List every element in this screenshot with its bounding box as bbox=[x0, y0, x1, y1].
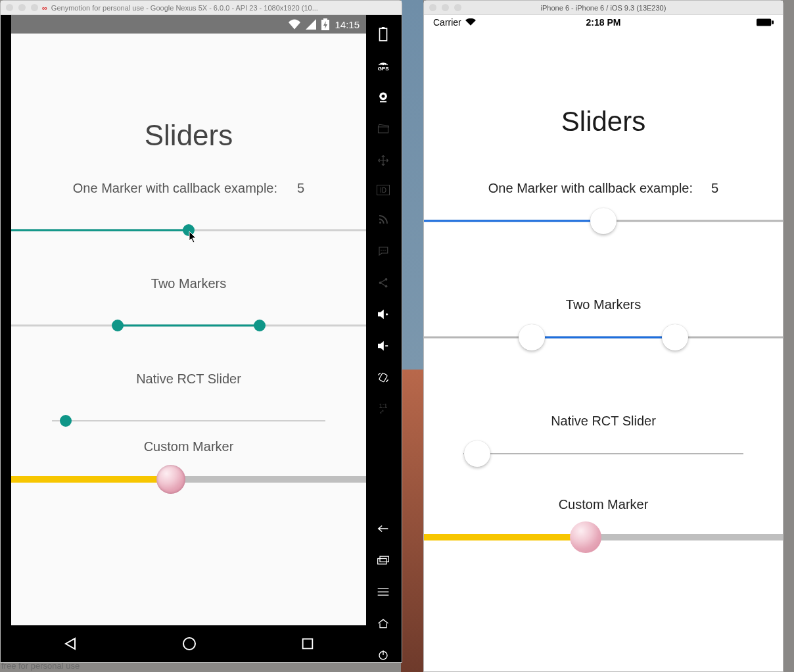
rss-icon[interactable] bbox=[376, 212, 390, 227]
two-markers-slider[interactable] bbox=[424, 324, 783, 350]
native-slider-label: Native RCT Slider bbox=[463, 414, 743, 429]
two-markers-label: Two Markers bbox=[463, 297, 743, 312]
emu-tasks-icon[interactable] bbox=[376, 585, 390, 599]
webcam-icon[interactable] bbox=[376, 90, 390, 105]
traffic-light-zoom-icon[interactable] bbox=[31, 4, 38, 11]
emu-multitask-icon[interactable] bbox=[376, 553, 390, 567]
native-slider-label: Native RCT Slider bbox=[40, 372, 337, 387]
android-nav-bar bbox=[11, 625, 366, 662]
svg-point-0 bbox=[183, 638, 195, 650]
sms-icon[interactable] bbox=[376, 244, 390, 258]
recents-button-icon[interactable] bbox=[300, 636, 315, 651]
slider-thumb[interactable] bbox=[183, 224, 195, 236]
android-status-bar: 14:15 bbox=[11, 15, 366, 34]
gps-icon[interactable]: GPS bbox=[376, 59, 390, 73]
traffic-light-min-icon[interactable] bbox=[442, 4, 449, 11]
emu-home-icon[interactable] bbox=[376, 616, 390, 631]
watermark-text: free for personal use bbox=[1, 661, 80, 671]
ios-device-screen: Carrier 2:18 PM Sliders One Marker with … bbox=[424, 15, 783, 671]
slider-rail bbox=[463, 453, 743, 454]
traffic-light-min-icon[interactable] bbox=[18, 4, 26, 11]
emu-power-icon[interactable] bbox=[376, 648, 390, 662]
slider-fill bbox=[424, 534, 586, 540]
one-marker-value: 5 bbox=[297, 181, 304, 196]
traffic-light-zoom-icon[interactable] bbox=[454, 4, 461, 11]
battery-icon[interactable] bbox=[376, 27, 390, 41]
slider-thumb-low[interactable] bbox=[112, 320, 124, 331]
home-button-icon[interactable] bbox=[181, 636, 197, 652]
two-markers-slider[interactable] bbox=[11, 319, 366, 332]
volume-up-icon[interactable] bbox=[376, 307, 390, 322]
svg-rect-1 bbox=[302, 639, 312, 649]
native-rct-slider[interactable] bbox=[463, 441, 743, 467]
svg-rect-14 bbox=[378, 559, 386, 564]
android-device-screen: 14:15 Sliders One Marker with callback e… bbox=[1, 15, 365, 662]
desktop-wallpaper bbox=[401, 0, 423, 672]
android-window-title: Genymotion for personal use - Google Nex… bbox=[51, 4, 318, 12]
svg-point-11 bbox=[385, 278, 388, 281]
volume-down-icon[interactable] bbox=[376, 339, 390, 353]
two-markers-label: Two Markers bbox=[40, 276, 337, 291]
svg-point-8 bbox=[383, 250, 384, 251]
diamond-thumb-icon[interactable] bbox=[156, 465, 185, 494]
slider-fill bbox=[118, 325, 260, 327]
native-rct-slider[interactable] bbox=[52, 414, 325, 427]
traffic-light-close-icon[interactable] bbox=[429, 4, 436, 11]
android-clock: 14:15 bbox=[335, 19, 360, 30]
ios-clock: 2:18 PM bbox=[586, 17, 621, 28]
diamond-thumb-icon[interactable] bbox=[570, 521, 601, 553]
cell-signal-icon bbox=[306, 19, 316, 30]
battery-charging-icon bbox=[321, 18, 329, 30]
svg-point-12 bbox=[385, 285, 388, 287]
wifi-icon bbox=[465, 18, 476, 26]
one-marker-slider[interactable] bbox=[424, 208, 783, 234]
android-emulator-window: ∞ Genymotion for personal use - Google N… bbox=[0, 0, 402, 663]
back-button-icon[interactable] bbox=[62, 636, 78, 652]
traffic-light-close-icon[interactable] bbox=[6, 4, 13, 11]
android-app-surface: 14:15 Sliders One Marker with callback e… bbox=[11, 15, 366, 637]
one-marker-value: 5 bbox=[711, 181, 718, 196]
slider-thumb[interactable] bbox=[590, 208, 617, 234]
svg-point-9 bbox=[385, 250, 386, 251]
ios-simulator-window: iPhone 6 - iPhone 6 / iOS 9.3 (13E230) C… bbox=[423, 0, 783, 672]
slider-thumb-high[interactable] bbox=[254, 320, 266, 331]
svg-rect-15 bbox=[380, 556, 388, 562]
custom-marker-slider[interactable] bbox=[424, 524, 783, 550]
page-title: Sliders bbox=[40, 119, 337, 152]
svg-point-5 bbox=[382, 95, 385, 98]
android-window-titlebar[interactable]: ∞ Genymotion for personal use - Google N… bbox=[1, 1, 402, 15]
genymotion-toolbar: GPS ID 1:1⤢ bbox=[365, 15, 402, 662]
slider-thumb-high[interactable] bbox=[662, 324, 688, 350]
rotate-icon[interactable] bbox=[376, 370, 390, 385]
carrier-label: Carrier bbox=[433, 17, 461, 28]
page-title: Sliders bbox=[463, 106, 743, 137]
custom-marker-label: Custom Marker bbox=[40, 439, 337, 454]
custom-marker-label: Custom Marker bbox=[463, 497, 743, 512]
slider-fill bbox=[424, 220, 603, 222]
move-icon[interactable] bbox=[376, 153, 390, 168]
one-marker-label: One Marker with callback example: bbox=[488, 181, 693, 196]
emu-back-icon[interactable] bbox=[376, 521, 390, 536]
id-icon[interactable]: ID bbox=[377, 185, 390, 195]
one-marker-slider[interactable] bbox=[11, 224, 366, 237]
svg-rect-17 bbox=[757, 18, 771, 26]
svg-rect-18 bbox=[772, 20, 774, 24]
slider-thumb-low[interactable] bbox=[519, 324, 545, 350]
share-icon[interactable] bbox=[376, 276, 390, 290]
slider-fill bbox=[532, 337, 675, 339]
genymotion-logo-icon: ∞ bbox=[42, 4, 47, 12]
svg-point-6 bbox=[379, 222, 381, 224]
svg-rect-13 bbox=[379, 373, 388, 382]
slider-thumb[interactable] bbox=[60, 415, 72, 427]
svg-rect-3 bbox=[382, 27, 385, 28]
svg-point-10 bbox=[379, 281, 382, 284]
custom-marker-slider[interactable] bbox=[11, 473, 366, 486]
ios-status-bar: Carrier 2:18 PM bbox=[424, 15, 783, 30]
ios-window-titlebar[interactable]: iPhone 6 - iPhone 6 / iOS 9.3 (13E230) bbox=[424, 1, 783, 15]
wifi-icon bbox=[289, 19, 300, 30]
slider-thumb[interactable] bbox=[464, 441, 490, 467]
svg-rect-2 bbox=[380, 28, 387, 41]
clapper-icon[interactable] bbox=[376, 122, 390, 136]
ios-window-title: iPhone 6 - iPhone 6 / iOS 9.3 (13E230) bbox=[541, 4, 666, 12]
scale-icon[interactable]: 1:1⤢ bbox=[376, 402, 390, 416]
